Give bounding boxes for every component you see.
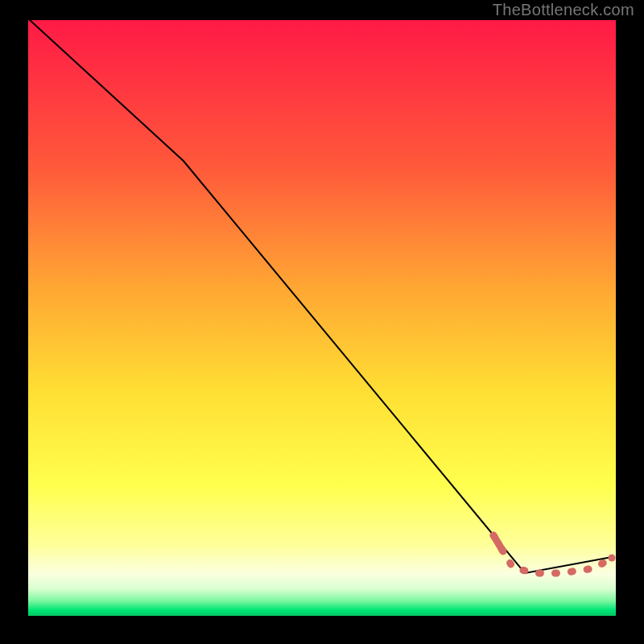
chart-root: TheBottleneck.com xyxy=(0,0,644,644)
end-marker-dot xyxy=(609,555,616,562)
gradient-background xyxy=(28,20,616,616)
chart-svg xyxy=(28,20,616,616)
watermark-text: TheBottleneck.com xyxy=(493,1,634,19)
chart-area xyxy=(28,20,616,616)
